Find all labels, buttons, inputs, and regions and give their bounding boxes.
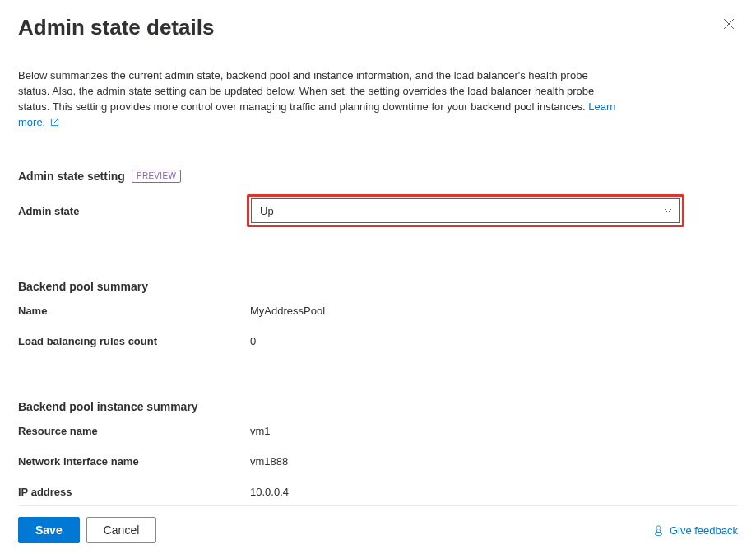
table-row: Name MyAddressPool — [18, 305, 738, 317]
close-icon — [723, 18, 735, 30]
give-feedback-link[interactable]: Give feedback — [652, 524, 738, 537]
instance-summary-heading: Backend pool instance summary — [18, 400, 738, 413]
feedback-icon — [652, 524, 665, 537]
inst-resource-value: vm1 — [247, 425, 271, 437]
admin-state-value: Up — [260, 205, 274, 217]
table-row: Resource name vm1 — [18, 425, 738, 437]
bps-name-value: MyAddressPool — [247, 305, 325, 317]
bps-rules-label: Load balancing rules count — [18, 335, 247, 347]
preview-badge: PREVIEW — [132, 170, 181, 183]
external-link-icon — [50, 118, 59, 127]
inst-ip-value: 10.0.0.4 — [247, 486, 289, 498]
close-button[interactable] — [720, 15, 738, 35]
give-feedback-label: Give feedback — [670, 524, 738, 537]
inst-ip-label: IP address — [18, 486, 247, 498]
page-title: Admin state details — [18, 15, 214, 40]
cancel-button[interactable]: Cancel — [86, 517, 157, 543]
bps-name-label: Name — [18, 305, 247, 317]
admin-state-highlight: Up — [247, 194, 684, 227]
intro-body: Below summarizes the current admin state… — [18, 69, 594, 113]
admin-state-dropdown[interactable]: Up — [251, 198, 680, 223]
footer: Save Cancel Give feedback — [18, 505, 738, 554]
admin-state-label: Admin state — [18, 205, 247, 217]
table-row: IP address 10.0.0.4 — [18, 486, 738, 498]
save-button[interactable]: Save — [18, 517, 80, 543]
inst-resource-label: Resource name — [18, 425, 247, 437]
inst-nic-value: vm1888 — [247, 455, 288, 468]
intro-text: Below summarizes the current admin state… — [18, 68, 619, 130]
inst-nic-label: Network interface name — [18, 455, 247, 468]
table-row: Network interface name vm1888 — [18, 455, 738, 468]
backend-pool-summary-heading: Backend pool summary — [18, 280, 738, 293]
admin-state-setting-heading: Admin state setting — [18, 170, 125, 183]
bps-rules-value: 0 — [247, 335, 256, 347]
table-row: Load balancing rules count 0 — [18, 335, 738, 347]
chevron-down-icon — [663, 206, 673, 216]
